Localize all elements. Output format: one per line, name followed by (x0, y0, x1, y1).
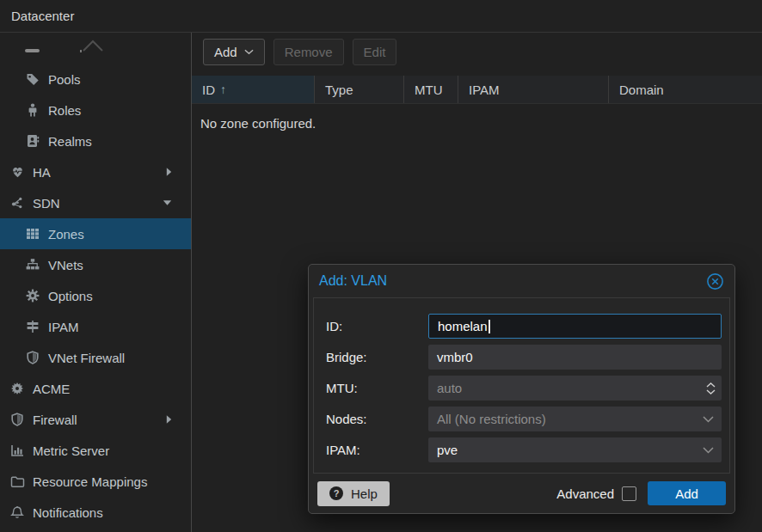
dialog-title: Add: VLAN (319, 273, 387, 289)
text-cursor (489, 320, 490, 333)
sidebar-item-zones[interactable]: Zones (0, 218, 191, 249)
column-header-ipam[interactable]: IPAM (458, 76, 609, 103)
add-vlan-dialog: Add: VLAN ID: homelan Bridge: vmbr0 MTU:… (308, 264, 735, 514)
advanced-checkbox[interactable] (622, 486, 636, 501)
sidebar-item-ha[interactable]: HA (0, 156, 191, 187)
column-header-domain[interactable]: Domain (609, 76, 762, 103)
chevron-right-icon (166, 415, 172, 425)
chevron-right-icon (166, 168, 172, 177)
signpost-icon (24, 319, 41, 334)
folder-icon (9, 474, 26, 489)
nodes-field-label: Nodes: (326, 412, 428, 426)
empty-table-message: No zone configured. (192, 104, 762, 131)
heartbeat-icon (9, 164, 26, 180)
sidebar-item-metric-server[interactable]: Metric Server (0, 435, 191, 466)
sidebar-item-firewall[interactable]: Firewall (0, 404, 191, 435)
ipam-field-label: IPAM: (326, 443, 428, 457)
page-title: Datacenter (11, 9, 74, 23)
chevron-down-icon (703, 447, 714, 454)
address-book-icon (24, 133, 41, 149)
sort-asc-icon: ↑ (220, 83, 226, 96)
network-icon (9, 195, 26, 211)
grid-icon (24, 226, 41, 242)
sitemap-icon (24, 257, 41, 272)
column-header-mtu[interactable]: MTU (404, 76, 458, 103)
column-header-id[interactable]: ID ↑ (192, 76, 315, 103)
certificate-icon (9, 381, 26, 396)
bridge-input[interactable]: vmbr0 (428, 345, 722, 370)
sidebar-item-resource-mappings[interactable]: Resource Mappings (0, 466, 191, 497)
tag-icon (24, 71, 41, 87)
app-header: Datacenter (0, 0, 762, 33)
mtu-field-label: MTU: (326, 381, 428, 395)
close-icon[interactable] (706, 272, 724, 290)
bell-icon (9, 504, 26, 520)
shield-icon (9, 412, 26, 427)
shield-icon (24, 350, 41, 365)
datacenter-tree: Pools Roles Realms HA (0, 33, 192, 532)
chevron-down-icon (163, 200, 172, 206)
mtu-spinner[interactable]: auto (428, 376, 722, 401)
advanced-label: Advanced (556, 486, 614, 501)
sidebar-item-pools[interactable]: Pools (0, 64, 191, 95)
sidebar-item-sdn[interactable]: SDN (0, 187, 191, 218)
dialog-footer: ? Help Advanced Add (309, 474, 734, 513)
help-button[interactable]: ? Help (317, 481, 390, 506)
chevron-up-icon (82, 40, 104, 55)
add-button[interactable]: Add (203, 39, 265, 65)
dialog-add-button[interactable]: Add (648, 481, 726, 505)
sidebar-item-vnets[interactable]: VNets (0, 249, 191, 280)
sidebar-item-realms[interactable]: Realms (0, 125, 191, 156)
sidebar-item-roles[interactable]: Roles (0, 95, 191, 125)
bridge-field-label: Bridge: (326, 350, 428, 364)
zones-toolbar: Add Remove Edit (192, 33, 762, 71)
user-icon (24, 102, 41, 118)
sidebar-item-partial[interactable] (0, 33, 191, 64)
id-field-label: ID: (326, 319, 428, 333)
ipam-select[interactable]: pve (428, 437, 722, 462)
remove-button[interactable]: Remove (273, 39, 344, 65)
id-input[interactable]: homelan (428, 314, 722, 339)
gear-icon (24, 288, 41, 303)
sidebar-item-acme[interactable]: ACME (0, 373, 191, 404)
chevron-down-icon (244, 49, 254, 55)
dialog-header[interactable]: Add: VLAN (309, 265, 734, 297)
dialog-body: ID: homelan Bridge: vmbr0 MTU: auto N (313, 297, 730, 474)
zones-table-header: ID ↑ Type MTU IPAM Domain (192, 76, 762, 104)
spinner-arrows-icon[interactable] (706, 376, 716, 401)
sidebar-item-notifications[interactable]: Notifications (0, 497, 191, 528)
chevron-down-icon (703, 416, 714, 423)
column-header-type[interactable]: Type (315, 76, 404, 103)
sidebar-item-options[interactable]: Options (0, 280, 191, 311)
question-icon: ? (329, 486, 343, 500)
edit-button[interactable]: Edit (353, 39, 397, 65)
sidebar-item-vnet-firewall[interactable]: VNet Firewall (0, 342, 191, 373)
partial-item-icon (25, 49, 40, 52)
nodes-select[interactable]: All (No restrictions) (428, 407, 722, 431)
bar-chart-icon (9, 443, 26, 458)
sidebar-item-ipam[interactable]: IPAM (0, 311, 191, 342)
